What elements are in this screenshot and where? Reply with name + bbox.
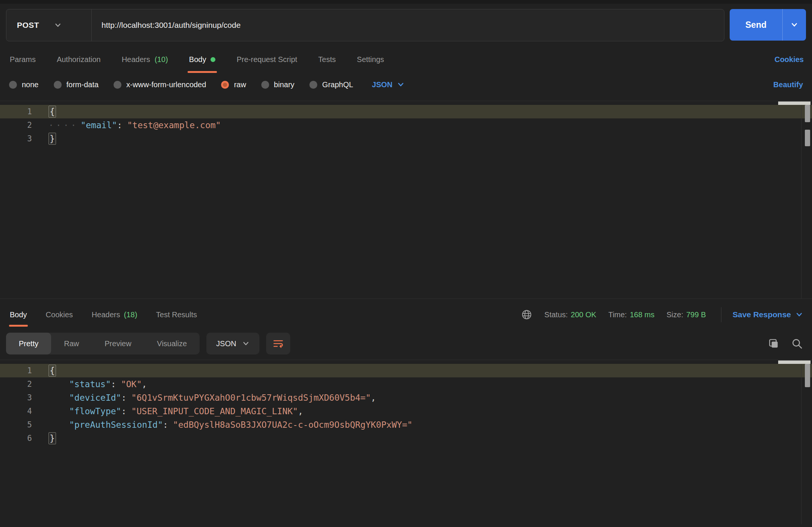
search-icon[interactable] — [791, 338, 803, 350]
status-pair: Status: 200 OK — [544, 310, 596, 319]
chevron-down-icon — [54, 21, 62, 29]
tab-pre-request-script[interactable]: Pre-request Script — [235, 46, 298, 73]
open-brace-token: { — [48, 365, 56, 377]
request-bar: POST http://localhost:3001/auth/signinup… — [0, 4, 812, 46]
json-key-token: "email" — [80, 120, 117, 130]
json-key-token: "preAuthSessionId" — [69, 420, 163, 430]
response-view-switch: Pretty Raw Preview Visualize — [6, 333, 200, 354]
overview-ruler-mark — [805, 130, 810, 146]
colon-token: : — [121, 406, 126, 416]
radio-icon — [9, 81, 17, 89]
tab-headers[interactable]: Headers (10) — [120, 46, 170, 73]
cookies-link[interactable]: Cookies — [774, 55, 804, 64]
code-line: 3 } — [0, 132, 812, 145]
mode-binary[interactable]: binary — [261, 80, 294, 89]
chevron-down-icon — [791, 21, 798, 29]
json-value-token: "6Q1vSrmKtuvPYGXahO0r1cbw57rWiqsdSjmXD60… — [131, 393, 371, 403]
globe-icon[interactable] — [521, 309, 532, 320]
window-top-strip — [0, 0, 812, 4]
json-value-token: "USER_INPUT_CODE_AND_MAGIC_LINK" — [131, 406, 298, 416]
wrap-lines-button[interactable] — [266, 333, 290, 354]
mode-graphql[interactable]: GraphQL — [309, 80, 353, 89]
json-value-token: "test@example.com" — [127, 120, 221, 130]
raw-language-selector[interactable]: JSON — [372, 80, 404, 89]
mode-x-www-form-urlencoded[interactable]: x-www-form-urlencoded — [114, 80, 206, 89]
body-mode-row: none form-data x-www-form-urlencoded raw… — [0, 73, 812, 96]
response-body-editor[interactable]: 1 { 2 "status":"OK", 3 "deviceId":"6Q1vS… — [0, 360, 812, 524]
size-pair: Size: 799 B — [667, 310, 706, 319]
comma-token: , — [298, 406, 303, 416]
send-button[interactable]: Send — [730, 9, 782, 41]
method-label: POST — [17, 21, 39, 30]
tab-tests[interactable]: Tests — [317, 46, 338, 73]
tab-params[interactable]: Params — [8, 46, 37, 73]
line-number: 1 — [0, 107, 32, 116]
vertical-scrollbar-thumb[interactable] — [805, 105, 810, 122]
tab-body[interactable]: Body — [188, 46, 217, 73]
colon-token: : — [117, 120, 122, 130]
line-number: 1 — [0, 366, 32, 375]
response-tab-test-results[interactable]: Test Results — [155, 299, 198, 330]
chevron-down-icon — [242, 340, 250, 347]
chevron-down-icon — [397, 81, 404, 88]
method-selector[interactable]: POST — [6, 9, 92, 41]
code-line: 5 "preAuthSessionId":"edBQyslH8aSoB3JXO7… — [0, 418, 812, 432]
code-line: 3 "deviceId":"6Q1vSrmKtuvPYGXahO0r1cbw57… — [0, 391, 812, 404]
copy-icon[interactable] — [768, 338, 780, 350]
line-number: 5 — [0, 420, 32, 429]
view-preview[interactable]: Preview — [92, 333, 144, 354]
vertical-scrollbar-thumb[interactable] — [805, 364, 810, 387]
json-key-token: "flowType" — [69, 406, 121, 416]
colon-token: : — [121, 393, 126, 403]
editor-scrollbar[interactable] — [801, 101, 812, 298]
chevron-down-icon — [795, 311, 803, 318]
code-line: 2 ····"email":"test@example.com" — [0, 118, 812, 132]
radio-selected-icon — [221, 81, 229, 89]
status-value: 200 OK — [571, 310, 596, 319]
line-number: 2 — [0, 380, 32, 389]
response-tab-headers[interactable]: Headers (18) — [91, 299, 138, 330]
colon-token: : — [111, 379, 116, 389]
comma-token: , — [371, 393, 376, 403]
horizontal-scrollbar-thumb[interactable] — [778, 360, 810, 364]
tab-authorization[interactable]: Authorization — [55, 46, 102, 73]
body-modified-dot — [211, 57, 215, 62]
json-key-token: "status" — [69, 379, 111, 389]
line-number: 6 — [0, 434, 32, 443]
request-body-editor[interactable]: 1 { 2 ····"email":"test@example.com" 3 } — [0, 101, 812, 298]
tab-settings[interactable]: Settings — [355, 46, 385, 73]
json-value-token: "OK" — [121, 379, 142, 389]
headers-count-badge: (10) — [155, 55, 168, 64]
close-brace-token: } — [48, 432, 56, 444]
horizontal-scrollbar-thumb[interactable] — [778, 101, 810, 105]
send-split-button: Send — [730, 9, 806, 41]
json-key-token: "deviceId" — [69, 393, 121, 403]
response-language-selector[interactable]: JSON — [206, 333, 259, 354]
wrap-text-icon — [273, 338, 284, 349]
beautify-link[interactable]: Beautify — [773, 80, 803, 89]
mode-raw[interactable]: raw — [221, 80, 246, 89]
view-raw[interactable]: Raw — [51, 333, 92, 354]
url-group: POST http://localhost:3001/auth/signinup… — [6, 9, 724, 41]
radio-icon — [309, 81, 317, 89]
mode-none[interactable]: none — [9, 80, 39, 89]
response-tab-body[interactable]: Body — [9, 299, 28, 330]
response-tab-cookies[interactable]: Cookies — [45, 299, 74, 330]
radio-icon — [114, 81, 121, 89]
send-options-button[interactable] — [782, 9, 806, 41]
colon-token: : — [163, 420, 168, 430]
url-input[interactable]: http://localhost:3001/auth/signinup/code — [92, 9, 724, 41]
editor-scrollbar[interactable] — [801, 360, 812, 524]
save-response-button[interactable]: Save Response — [733, 310, 803, 319]
line-number: 3 — [0, 134, 32, 143]
size-value: 799 B — [686, 310, 706, 319]
radio-icon — [261, 81, 269, 89]
mode-form-data[interactable]: form-data — [54, 80, 99, 89]
request-tabs: Params Authorization Headers (10) Body P… — [0, 46, 812, 73]
view-pretty[interactable]: Pretty — [6, 333, 51, 354]
postman-app: POST http://localhost:3001/auth/signinup… — [0, 0, 812, 527]
code-line: 6 } — [0, 432, 812, 445]
divider — [721, 307, 721, 322]
line-number: 3 — [0, 393, 32, 402]
view-visualize[interactable]: Visualize — [144, 333, 200, 354]
